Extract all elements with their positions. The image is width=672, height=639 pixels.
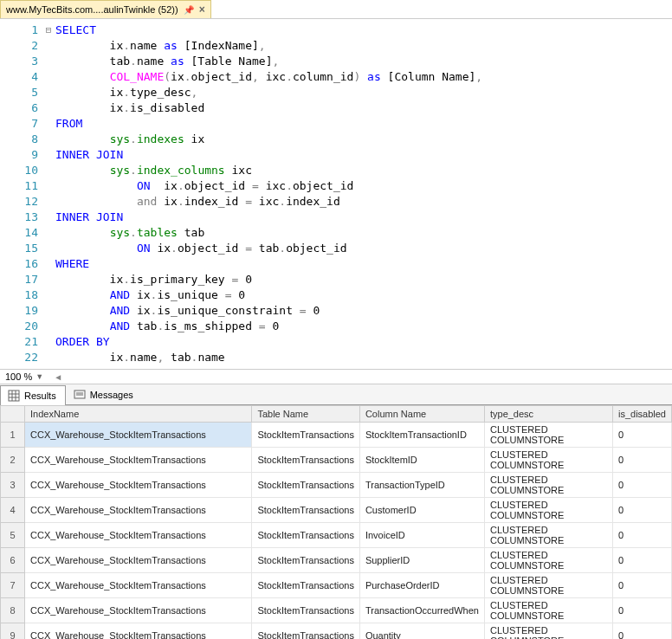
code-line[interactable]: ON ix.object_id = tab.object_id <box>55 241 672 256</box>
cell[interactable]: InvoiceID <box>359 523 484 548</box>
cell[interactable]: 0 <box>612 423 671 448</box>
fold-marker[interactable] <box>43 334 54 350</box>
cell[interactable]: PurchaseOrderID <box>359 573 484 598</box>
code-area[interactable]: SELECT ix.name as [IndexName], tab.name … <box>54 19 672 369</box>
fold-marker[interactable] <box>43 163 54 178</box>
cell[interactable]: StockItemTransactions <box>252 573 359 598</box>
cell[interactable]: StockItemTransactions <box>252 448 359 473</box>
table-row[interactable]: 8CCX_Warehouse_StockItemTransactionsStoc… <box>1 598 672 623</box>
results-tab[interactable]: Results <box>0 385 66 405</box>
row-number-cell[interactable]: 9 <box>1 623 25 640</box>
cell[interactable]: StockItemTransactions <box>252 473 359 498</box>
code-line[interactable]: sys.tables tab <box>55 225 672 241</box>
code-line[interactable]: AND tab.is_ms_shipped = 0 <box>55 319 672 334</box>
table-row[interactable]: 1CCX_Warehouse_StockItemTransactionsStoc… <box>1 423 672 448</box>
cell[interactable]: 0 <box>612 498 671 523</box>
row-number-cell[interactable]: 2 <box>1 448 25 473</box>
code-line[interactable]: ORDER BY <box>55 334 672 350</box>
fold-marker[interactable] <box>43 241 54 256</box>
code-line[interactable]: AND ix.is_unique_constraint = 0 <box>55 303 672 319</box>
row-number-cell[interactable]: 8 <box>1 598 25 623</box>
cell[interactable]: CCX_Warehouse_StockItemTransactions <box>25 548 252 573</box>
fold-marker[interactable] <box>43 287 54 303</box>
cell[interactable]: TransactionTypeID <box>359 473 484 498</box>
fold-marker[interactable] <box>43 225 54 241</box>
cell[interactable]: CCX_Warehouse_StockItemTransactions <box>25 623 252 640</box>
table-row[interactable]: 5CCX_Warehouse_StockItemTransactionsStoc… <box>1 523 672 548</box>
cell[interactable]: StockItemTransactions <box>252 498 359 523</box>
cell[interactable]: CLUSTERED COLUMNSTORE <box>484 598 612 623</box>
code-line[interactable]: AND ix.is_unique = 0 <box>55 287 672 303</box>
cell[interactable]: CCX_Warehouse_StockItemTransactions <box>25 598 252 623</box>
code-line[interactable]: sys.indexes ix <box>55 132 672 147</box>
cell[interactable]: StockItemTransactions <box>252 548 359 573</box>
code-line[interactable]: ix.is_primary_key = 0 <box>55 272 672 287</box>
cell[interactable]: StockItemTransactions <box>252 423 359 448</box>
fold-marker[interactable] <box>43 303 54 319</box>
column-header[interactable]: type_desc <box>484 406 612 423</box>
table-row[interactable]: 3CCX_Warehouse_StockItemTransactionsStoc… <box>1 473 672 498</box>
table-row[interactable]: 2CCX_Warehouse_StockItemTransactionsStoc… <box>1 448 672 473</box>
code-line[interactable]: ix.name, tab.name <box>55 350 672 365</box>
table-row[interactable]: 9CCX_Warehouse_StockItemTransactionsStoc… <box>1 623 672 640</box>
fold-marker[interactable] <box>43 100 54 116</box>
pin-icon[interactable]: 📌 <box>184 5 194 15</box>
row-number-cell[interactable]: 6 <box>1 548 25 573</box>
fold-marker[interactable] <box>43 38 54 54</box>
fold-marker[interactable] <box>43 178 54 194</box>
row-number-cell[interactable]: 1 <box>1 423 25 448</box>
code-line[interactable]: INNER JOIN <box>55 210 672 225</box>
cell[interactable]: CLUSTERED COLUMNSTORE <box>484 523 612 548</box>
code-folding-gutter[interactable]: ⊟ <box>43 19 54 369</box>
cell[interactable]: StockItemID <box>359 448 484 473</box>
row-number-cell[interactable]: 5 <box>1 523 25 548</box>
table-row[interactable]: 6CCX_Warehouse_StockItemTransactionsStoc… <box>1 548 672 573</box>
fold-marker[interactable] <box>43 350 54 365</box>
table-row[interactable]: 7CCX_Warehouse_StockItemTransactionsStoc… <box>1 573 672 598</box>
cell[interactable]: 0 <box>612 548 671 573</box>
cell[interactable]: 0 <box>612 623 671 640</box>
fold-marker[interactable] <box>43 256 54 272</box>
cell[interactable]: CCX_Warehouse_StockItemTransactions <box>25 473 252 498</box>
code-line[interactable]: sys.index_columns ixc <box>55 163 672 178</box>
results-grid-wrap[interactable]: IndexNameTable NameColumn Nametype_desci… <box>0 405 672 639</box>
cell[interactable]: StockItemTransactions <box>252 623 359 640</box>
cell[interactable]: StockItemTransactionID <box>359 423 484 448</box>
cell[interactable]: CCX_Warehouse_StockItemTransactions <box>25 498 252 523</box>
cell[interactable]: CLUSTERED COLUMNSTORE <box>484 548 612 573</box>
close-icon[interactable]: × <box>199 3 205 16</box>
results-grid[interactable]: IndexNameTable NameColumn Nametype_desci… <box>0 405 672 639</box>
fold-marker[interactable] <box>43 194 54 210</box>
code-line[interactable]: ix.is_disabled <box>55 100 672 116</box>
code-line[interactable]: COL_NAME(ix.object_id, ixc.column_id) as… <box>55 69 672 85</box>
cell[interactable]: CLUSTERED COLUMNSTORE <box>484 573 612 598</box>
code-line[interactable]: INNER JOIN <box>55 147 672 163</box>
cell[interactable]: CLUSTERED COLUMNSTORE <box>484 498 612 523</box>
row-number-cell[interactable]: 4 <box>1 498 25 523</box>
cell[interactable]: 0 <box>612 448 671 473</box>
row-number-cell[interactable]: 3 <box>1 473 25 498</box>
cell[interactable]: 0 <box>612 523 671 548</box>
document-tab[interactable]: www.MyTecBits.com....aulinTwinkle (52)) … <box>0 0 211 18</box>
cell[interactable]: StockItemTransactions <box>252 598 359 623</box>
cell[interactable]: CLUSTERED COLUMNSTORE <box>484 623 612 640</box>
fold-marker[interactable] <box>43 272 54 287</box>
cell[interactable]: 0 <box>612 598 671 623</box>
fold-marker[interactable] <box>43 210 54 225</box>
messages-tab[interactable]: Messages <box>66 384 143 404</box>
cell[interactable]: StockItemTransactions <box>252 523 359 548</box>
cell[interactable]: CLUSTERED COLUMNSTORE <box>484 448 612 473</box>
code-line[interactable]: FROM <box>55 116 672 132</box>
code-line[interactable]: WHERE <box>55 256 672 272</box>
code-line[interactable]: SELECT <box>55 23 672 38</box>
sql-editor[interactable]: 12345678910111213141516171819202122 ⊟ SE… <box>0 19 672 370</box>
code-line[interactable]: ON ix.object_id = ixc.object_id <box>55 178 672 194</box>
cell[interactable]: CCX_Warehouse_StockItemTransactions <box>25 423 252 448</box>
cell[interactable]: CCX_Warehouse_StockItemTransactions <box>25 573 252 598</box>
fold-marker[interactable] <box>43 54 54 69</box>
table-row[interactable]: 4CCX_Warehouse_StockItemTransactionsStoc… <box>1 498 672 523</box>
fold-marker[interactable] <box>43 319 54 334</box>
row-number-cell[interactable]: 7 <box>1 573 25 598</box>
fold-marker[interactable] <box>43 116 54 132</box>
column-header[interactable]: Table Name <box>252 406 359 423</box>
